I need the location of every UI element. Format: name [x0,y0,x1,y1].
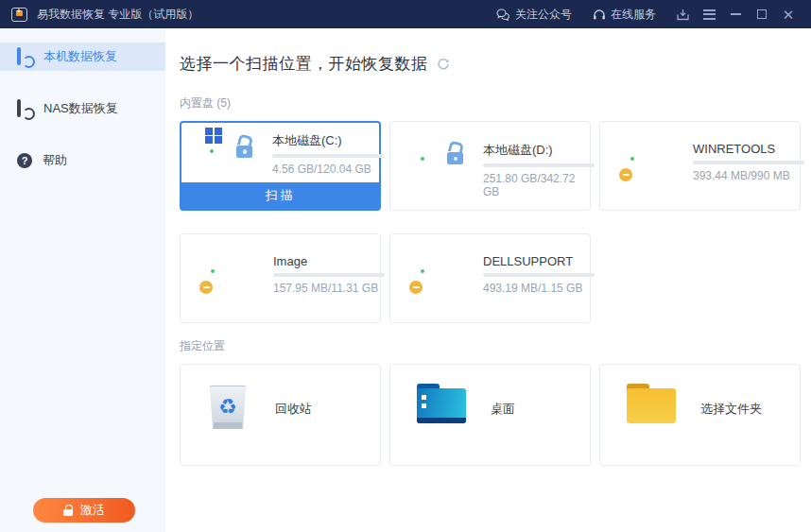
drive-name: DELLSUPPORT [483,254,595,268]
titlebar: 易我数据恢复 专业版（试用版） 关注公众号 在线服务 ✕ [0,0,811,28]
internal-disks-label: 内置盘 (5) [180,95,800,112]
scan-button[interactable]: 扫描 [181,182,379,209]
usage-bar [273,273,385,277]
minimize-button[interactable] [722,2,749,26]
drive-windows-lock-icon [202,133,255,173]
drive-card-c[interactable]: 本地磁盘(C:) 4.56 GB/120.04 GB 扫描 [180,121,381,211]
drive-size: 493.19 MB/1.15 GB [483,282,595,295]
usage-bar [272,154,384,158]
drive-card-winretools[interactable]: WINRETOOLS 393.44 MB/990 MB [599,121,801,211]
location-card-recycle-bin[interactable]: ♻ 回收站 [180,364,381,466]
drive-size: 393.44 MB/990 MB [693,169,804,182]
location-label: 桌面 [491,401,515,418]
download-icon[interactable] [669,2,696,26]
recycle-bin-icon: ♻ [207,384,250,433]
yellow-folder-icon [627,384,676,423]
app-title: 易我数据恢复 专业版（试用版） [37,7,198,23]
drive-name: Image [273,254,385,268]
follow-official-account-label: 关注公众号 [515,7,572,23]
online-service-label: 在线服务 [611,7,656,23]
usage-bar [483,163,595,167]
drive-name: 本地磁盘(D:) [483,142,595,159]
local-recovery-icon [17,49,33,65]
refresh-icon[interactable] [437,58,450,71]
chat-icon [496,9,510,21]
drive-card-dellsupport[interactable]: DELLSUPPORT 493.19 MB/1.15 GB [389,233,591,323]
drive-size: 4.56 GB/120.04 GB [272,163,384,176]
main-content: 选择一个扫描位置，开始恢复数据 内置盘 (5) 本地磁盘(C:) [165,28,811,532]
app-logo-icon [11,8,27,22]
desktop-folder-icon [417,384,466,423]
sidebar-item-label: 帮助 [43,152,67,169]
drive-lock-icon [413,140,466,180]
drive-name: 本地磁盘(C:) [272,132,384,149]
follow-official-account-button[interactable]: 关注公众号 [496,7,572,23]
location-card-desktop[interactable]: 桌面 [389,364,591,466]
page-title: 选择一个扫描位置，开始恢复数据 [180,53,428,75]
sidebar: 本机数据恢复 NAS数据恢复 ? 帮助 激活 [0,28,165,532]
headset-icon [593,9,606,21]
location-label: 选择文件夹 [700,401,762,418]
close-button[interactable]: ✕ [775,2,802,26]
drive-name: WINRETOOLS [693,142,804,156]
location-cards: ♻ 回收站 桌面 选择文件夹 [180,364,800,466]
drive-cards: 本地磁盘(C:) 4.56 GB/120.04 GB 扫描 本地磁盘(D:) 2… [180,121,800,323]
activate-button[interactable]: 激活 [33,498,135,523]
drive-badge-icon [203,252,256,292]
activate-button-label: 激活 [80,502,105,519]
drive-badge-icon [413,252,466,292]
lock-icon [63,505,73,516]
help-icon: ? [17,153,32,168]
online-service-button[interactable]: 在线服务 [593,7,656,23]
usage-bar [483,273,595,277]
drive-size: 251.80 GB/342.72 GB [483,172,595,198]
drive-size: 157.95 MB/11.31 GB [273,282,385,295]
location-card-select-folder[interactable]: 选择文件夹 [599,364,801,466]
specified-locations-label: 指定位置 [180,338,800,354]
menu-icon[interactable] [696,2,722,26]
maximize-button[interactable] [749,2,775,26]
drive-card-d[interactable]: 本地磁盘(D:) 251.80 GB/342.72 GB [389,121,591,211]
window-controls: ✕ [669,2,802,26]
drive-card-image[interactable]: Image 157.95 MB/11.31 GB [180,233,381,323]
location-label: 回收站 [275,401,312,418]
usage-bar [693,161,804,164]
sidebar-item-label: NAS数据恢复 [43,100,118,117]
sidebar-item-nas-recovery[interactable]: NAS数据恢复 [0,94,165,123]
sidebar-item-label: 本机数据恢复 [43,48,117,65]
drive-badge-icon [623,140,676,180]
sidebar-item-help[interactable]: ? 帮助 [0,146,165,175]
nas-recovery-icon [17,101,33,117]
sidebar-item-local-recovery[interactable]: 本机数据恢复 [0,43,165,71]
